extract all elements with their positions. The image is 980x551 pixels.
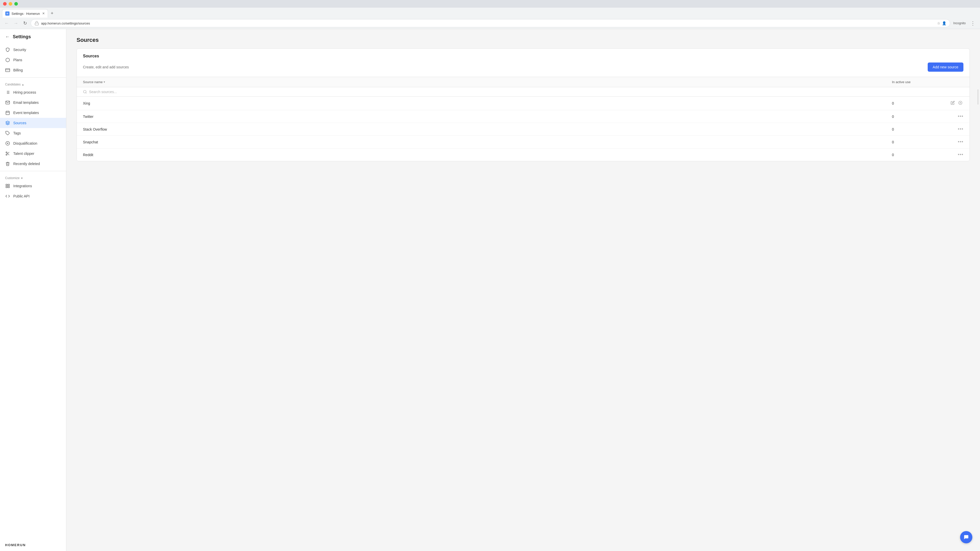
sidebar-title: Settings (13, 34, 31, 40)
delete-btn-xing[interactable] (957, 100, 963, 106)
table-row: Reddit 0 ••• (77, 148, 969, 161)
bookmark-icon[interactable]: ☆ (937, 21, 940, 25)
svg-rect-9 (6, 111, 10, 115)
table-row: Stack Overflow 0 ••• (77, 123, 969, 136)
sidebar-item-integrations[interactable]: Integrations (0, 181, 66, 191)
sidebar: ← Settings Security Plans Billing (0, 29, 66, 551)
sidebar-item-recently-deleted[interactable]: Recently deleted (0, 159, 66, 169)
search-row (77, 87, 969, 97)
svg-marker-13 (6, 121, 10, 123)
sidebar-item-integrations-label: Integrations (13, 184, 32, 188)
three-dots-reddit[interactable]: ••• (958, 152, 963, 157)
table-row: Xing 0 (77, 97, 969, 110)
browser-menu-btn[interactable]: ⋮ (969, 19, 977, 27)
trash-icon (5, 161, 10, 166)
customize-label: Customize (5, 176, 20, 180)
window-minimize-btn[interactable] (9, 2, 12, 6)
sidebar-item-recently-deleted-label: Recently deleted (13, 162, 40, 166)
customize-chevron: ▼ (21, 177, 23, 179)
svg-rect-26 (8, 186, 10, 188)
delete-icon-xing (958, 101, 963, 105)
col-active-use-header: In active use (892, 80, 943, 84)
sidebar-item-plans[interactable]: Plans (0, 55, 66, 65)
sidebar-item-disqualification-label: Disqualification (13, 141, 37, 145)
candidates-label: Candidates (5, 83, 21, 86)
shield-icon (5, 47, 10, 52)
search-input[interactable] (89, 90, 963, 94)
back-nav-btn[interactable]: ← (3, 20, 10, 27)
address-bar[interactable]: app.homerun.co/settings/sources ☆ 👤 (30, 19, 950, 27)
address-icons: ☆ 👤 (937, 21, 946, 25)
window-close-btn[interactable] (3, 2, 6, 6)
tab-bar: H Settings · Homerun × + (0, 8, 980, 17)
tab-favicon: H (5, 11, 10, 16)
candidates-section-label[interactable]: Candidates ▲ (0, 79, 66, 87)
active-use-twitter: 0 (892, 114, 943, 119)
sidebar-item-event-templates[interactable]: Event templates (0, 108, 66, 118)
active-tab[interactable]: H Settings · Homerun × (2, 9, 48, 17)
sidebar-item-billing-label: Billing (13, 68, 23, 72)
customize-section-label[interactable]: Customize ▼ (0, 173, 66, 181)
window-controls (3, 2, 18, 6)
active-use-stackoverflow: 0 (892, 127, 943, 131)
active-use-snapchat: 0 (892, 140, 943, 144)
sidebar-item-security-label: Security (13, 48, 26, 52)
svg-rect-0 (35, 23, 38, 25)
candidates-chevron: ▲ (22, 83, 24, 86)
homerun-logo: HOMERUN (0, 538, 66, 551)
svg-line-21 (8, 154, 9, 155)
search-input-wrapper (83, 90, 963, 94)
profile-icon[interactable]: 👤 (942, 21, 946, 25)
edit-btn-xing[interactable] (950, 100, 956, 106)
code-icon (5, 194, 10, 199)
sidebar-item-tags[interactable]: Tags (0, 128, 66, 138)
x-circle-icon (5, 141, 10, 146)
table-row: Twitter 0 ••• (77, 110, 969, 123)
reload-btn[interactable]: ↻ (21, 20, 29, 27)
forward-nav-btn[interactable]: → (12, 20, 19, 27)
layers-icon (5, 121, 10, 125)
app-layout: ← Settings Security Plans Billing (0, 29, 980, 551)
sidebar-divider-2 (0, 171, 66, 171)
add-new-source-button[interactable]: Add new source (928, 62, 963, 72)
sidebar-item-public-api[interactable]: Public API (0, 191, 66, 201)
sidebar-header: ← Settings (0, 34, 66, 44)
sidebar-item-hiring-process[interactable]: Hiring process (0, 87, 66, 97)
search-icon (83, 90, 87, 94)
svg-rect-24 (8, 184, 10, 186)
mail-icon (5, 100, 10, 105)
sidebar-item-hiring-process-label: Hiring process (13, 90, 36, 94)
credit-card-icon (5, 68, 10, 73)
browser-chrome: H Settings · Homerun × + ← → ↻ app.homer… (0, 0, 980, 29)
sort-icon: ▾ (103, 80, 105, 84)
back-arrow-btn[interactable]: ← (5, 34, 10, 40)
sidebar-divider-1 (0, 77, 66, 78)
table-row: Snapchat 0 ••• (77, 136, 969, 148)
sidebar-item-disqualification[interactable]: Disqualification (0, 138, 66, 148)
tab-close-btn[interactable]: × (42, 11, 45, 16)
three-dots-stackoverflow[interactable]: ••• (958, 127, 963, 132)
sidebar-item-event-templates-label: Event templates (13, 111, 39, 115)
source-name-reddit: Reddit (83, 153, 892, 157)
new-tab-btn[interactable]: + (48, 10, 56, 17)
chat-icon (963, 534, 969, 540)
sidebar-item-sources[interactable]: Sources (0, 118, 66, 128)
address-text: app.homerun.co/settings/sources (41, 21, 935, 25)
sources-card-actions: Create, edit and add sources Add new sou… (83, 62, 963, 72)
sidebar-item-security[interactable]: Security (0, 44, 66, 55)
sources-description: Create, edit and add sources (83, 65, 129, 69)
sidebar-item-talent-clipper[interactable]: Talent clipper (0, 148, 66, 159)
sidebar-item-email-templates[interactable]: Email templates (0, 97, 66, 108)
three-dots-snapchat[interactable]: ••• (958, 139, 963, 144)
svg-line-22 (7, 153, 8, 154)
sidebar-item-billing[interactable]: Billing (0, 65, 66, 75)
window-maximize-btn[interactable] (14, 2, 18, 6)
tag-icon (5, 130, 10, 136)
three-dots-twitter[interactable]: ••• (958, 114, 963, 119)
scissors-icon (5, 151, 10, 156)
sidebar-item-public-api-label: Public API (13, 194, 30, 198)
chat-button[interactable] (960, 531, 972, 543)
col-source-name-header[interactable]: Source name ▾ (83, 80, 892, 84)
source-name-label: Source name (83, 80, 103, 84)
sidebar-item-sources-label: Sources (13, 121, 26, 125)
